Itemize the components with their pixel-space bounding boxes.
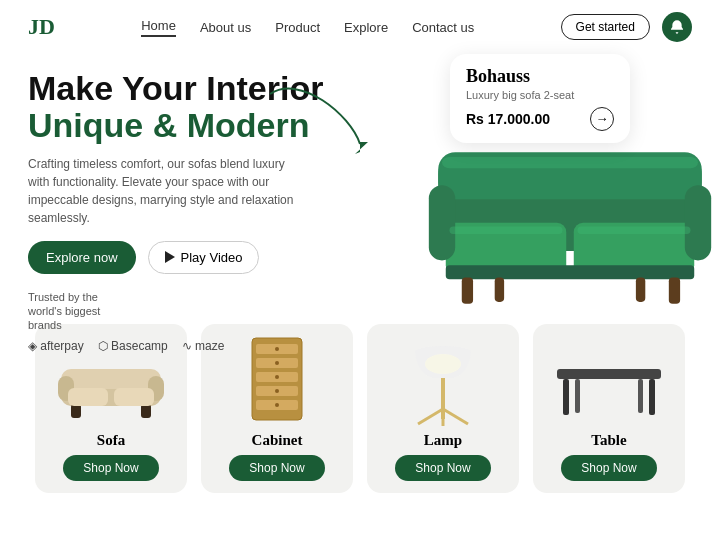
lamp-shop-button[interactable]: Shop Now [395,455,490,481]
svg-rect-12 [450,227,563,235]
svg-rect-44 [575,379,580,413]
lamp-category-image [383,336,503,426]
svg-rect-14 [442,157,698,168]
brand-logos: ◈ afterpay ⬡ Basecamp ∿ maze [28,339,338,353]
brand-afterpay: ◈ afterpay [28,339,84,353]
trusted-label: Trusted by the world's biggest brands [28,290,108,333]
svg-point-40 [425,354,461,374]
svg-rect-41 [557,369,661,379]
curved-arrow [260,84,380,168]
product-price: Rs 17.000.00 [466,111,550,127]
nav-contact[interactable]: Contact us [412,20,474,35]
svg-rect-19 [71,404,81,418]
svg-rect-5 [429,185,455,260]
brand-basecamp: ⬡ Basecamp [98,339,168,353]
lamp-label: Lamp [424,432,462,449]
category-lamp: Lamp Shop Now [367,324,519,493]
svg-line-38 [443,409,468,424]
svg-rect-6 [685,185,711,260]
category-table: Table Shop Now [533,324,685,493]
logo: JD [28,14,55,40]
nav-about[interactable]: About us [200,20,251,35]
cabinet-label: Cabinet [252,432,303,449]
navbar: JD Home About us Product Explore Contact… [0,0,720,54]
svg-rect-45 [638,379,643,413]
product-subtitle: Luxury big sofa 2-seat [466,89,614,101]
product-card: Bohauss Luxury big sofa 2-seat Rs 17.000… [450,54,630,143]
svg-rect-13 [578,227,691,235]
svg-rect-42 [563,379,569,415]
svg-point-33 [275,389,279,393]
table-category-image [549,336,669,426]
bell-icon [669,19,685,35]
play-icon [165,251,175,263]
svg-point-31 [275,361,279,365]
trusted-section: Trusted by the world's biggest brands ◈ … [28,290,338,353]
nav-right: Get started [561,12,692,42]
svg-line-37 [418,409,443,424]
hero-buttons: Explore now Play Video [28,241,338,274]
svg-rect-20 [141,404,151,418]
nav-home[interactable]: Home [141,18,176,37]
svg-rect-21 [68,388,108,406]
nav-explore[interactable]: Explore [344,20,388,35]
svg-marker-0 [355,142,368,154]
svg-rect-8 [462,277,473,303]
nav-product[interactable]: Product [275,20,320,35]
product-price-row: Rs 17.000.00 → [466,107,614,131]
get-started-button[interactable]: Get started [561,14,650,40]
product-arrow-button[interactable]: → [590,107,614,131]
sofa-label: Sofa [97,432,125,449]
sofa-shop-button[interactable]: Shop Now [63,455,158,481]
svg-point-34 [275,403,279,407]
table-shop-button[interactable]: Shop Now [561,455,656,481]
play-btn-label: Play Video [181,250,243,265]
svg-rect-11 [669,277,680,303]
svg-rect-43 [649,379,655,415]
svg-rect-10 [636,277,645,301]
hero-description: Crafting timeless comfort, our sofas ble… [28,155,298,227]
cabinet-shop-button[interactable]: Shop Now [229,455,324,481]
nav-links: Home About us Product Explore Contact us [141,18,474,37]
svg-rect-9 [495,277,504,301]
svg-rect-16 [61,369,161,389]
product-name: Bohauss [466,66,614,87]
hero-section: Make Your Interior Unique & Modern Craft… [0,54,720,314]
svg-point-32 [275,375,279,379]
table-label: Table [591,432,626,449]
svg-rect-22 [114,388,154,406]
explore-now-button[interactable]: Explore now [28,241,136,274]
brand-maze: ∿ maze [182,339,225,353]
notification-bell-button[interactable] [662,12,692,42]
play-video-button[interactable]: Play Video [148,241,260,274]
svg-rect-7 [446,265,694,279]
